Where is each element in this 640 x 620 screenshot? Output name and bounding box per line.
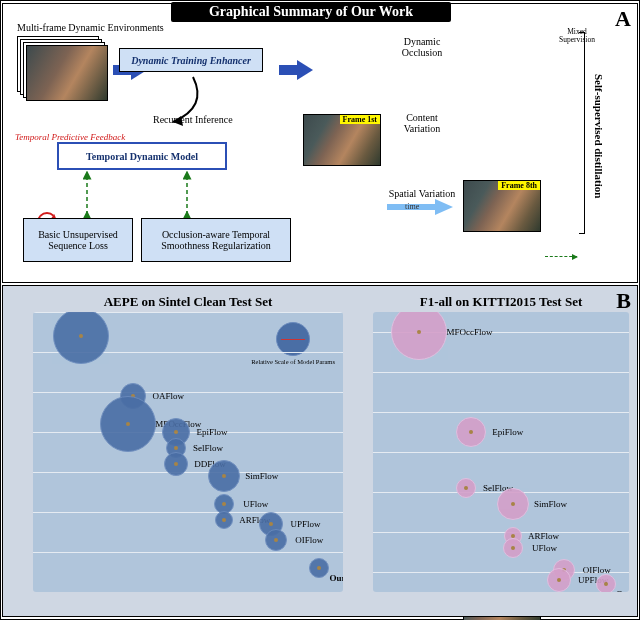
time-arrow-1: time: [387, 200, 457, 214]
data-point: [215, 511, 233, 529]
multi-frame-stack: [17, 36, 109, 102]
data-label: SimFlow: [245, 471, 278, 481]
chart-sintel: AEPE on Sintel Clean Test Set Relative S…: [11, 294, 343, 610]
data-label: SelFlow: [193, 443, 223, 453]
frame-row1-first: Frame 1st: [303, 114, 381, 166]
data-point: [456, 478, 476, 498]
data-label: EpiFlow: [492, 427, 523, 437]
chart1-title: AEPE on Sintel Clean Test Set: [33, 294, 343, 310]
frame-tag: Frame 1st: [340, 115, 380, 124]
row3-label: Spatial Variation: [387, 188, 457, 199]
recurrent-label: Recurrent Inference: [153, 114, 233, 125]
data-label: Ours: [329, 573, 343, 583]
data-point: [208, 460, 240, 492]
row1-label: Dynamic Occlusion: [387, 36, 457, 58]
otsr-box: Occlusion-aware Temporal Smoothness Regu…: [141, 218, 291, 262]
bracket: [579, 32, 585, 234]
feedback-label: Temporal Predictive Feedback: [15, 132, 125, 142]
data-point: [547, 568, 571, 592]
data-point: [309, 558, 329, 578]
arrow-to-frames: [297, 60, 313, 80]
data-label: SimFlow: [534, 499, 567, 509]
basic-loss-box: Basic Unsupervised Sequence Loss: [23, 218, 133, 262]
legend-text: Relative Scale of Model Params: [251, 358, 335, 365]
data-point: [503, 538, 523, 558]
data-label: UPFlow: [290, 519, 320, 529]
data-label: OIFlow: [295, 535, 323, 545]
panel-a-title: Graphical Summary of Our Work: [171, 2, 451, 22]
frame-row1-last: Frame 8th: [463, 180, 541, 232]
data-label: OAFlow: [152, 391, 184, 401]
panel-a: Graphical Summary of Our Work A Multi-fr…: [2, 3, 638, 283]
frame-tag: Frame 8th: [498, 181, 540, 190]
panel-a-letter: A: [615, 6, 631, 32]
data-point: [53, 312, 109, 364]
data-point: [391, 312, 447, 360]
data-point: [497, 488, 529, 520]
temporal-dynamic-model-box: Temporal Dynamic Model: [57, 142, 227, 170]
data-label: Ours: [616, 589, 629, 592]
data-point: [100, 396, 156, 452]
chart2-plot: 10121416182022201720182019202020212022MF…: [373, 312, 629, 592]
dynamic-training-enhancer-box: Dynamic Training Enhancer: [119, 48, 263, 72]
chart1-plot: Relative Scale of Model Params 456789102…: [33, 312, 343, 592]
chart2-title: F1-all on KITTI2015 Test Set: [373, 294, 629, 310]
panel-b: B AEPE on Sintel Clean Test Set Relative…: [2, 285, 638, 617]
chart-kitti: F1-all on KITTI2015 Test Set 10121416182…: [351, 294, 629, 610]
row2-label: Content Variation: [387, 112, 457, 134]
data-label: UFlow: [243, 499, 268, 509]
legend-model-params: Relative Scale of Model Params: [251, 322, 335, 365]
data-label: MFOccFlow: [446, 327, 492, 337]
data-label: ARFlow: [528, 531, 559, 541]
data-point: [456, 417, 486, 447]
row1-out-arrow: [545, 256, 577, 257]
loss-connector-arrows: [57, 170, 257, 220]
data-label: EpiFlow: [197, 427, 228, 437]
data-point: [596, 574, 616, 592]
charts-row: AEPE on Sintel Clean Test Set Relative S…: [3, 286, 637, 616]
data-point: [265, 529, 287, 551]
figure-container: Graphical Summary of Our Work A Multi-fr…: [0, 0, 640, 620]
data-point: [164, 452, 188, 476]
data-label: UFlow: [532, 543, 557, 553]
distillation-label: Self-supervised distillation: [593, 74, 605, 234]
multi-frame-label: Multi-frame Dynamic Environments: [17, 22, 164, 33]
mixed-supervision-label: Mixed Supervision: [553, 28, 601, 45]
